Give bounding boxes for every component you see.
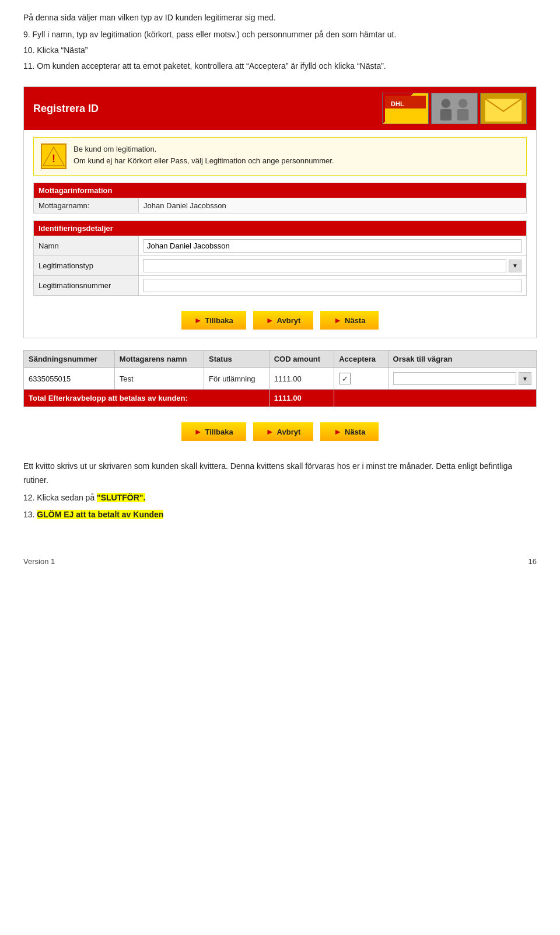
total-value-cell: 1111.00 bbox=[269, 390, 334, 407]
intro-item11: 11. Om kunden accepterar att ta emot pak… bbox=[23, 60, 537, 72]
tillbaka-button-2[interactable]: ► Tillbaka bbox=[181, 422, 246, 441]
warning-icon: ! bbox=[41, 143, 66, 169]
intro-item10: 10. Klicka “Nästa” bbox=[23, 44, 537, 57]
tillbaka-label-2: Tillbaka bbox=[205, 428, 233, 436]
footer-page: 16 bbox=[528, 557, 537, 566]
total-label-cell: Total Efterkravbelopp att betalas av kun… bbox=[24, 390, 270, 407]
bottom-item12-prefix: 12. Klicka sedan på bbox=[23, 493, 97, 502]
intro-item9: 9. Fyll i namn, typ av legitimation (kör… bbox=[23, 29, 537, 41]
bottom-line1: Ett kvitto skrivs ut ur skrivaren som ku… bbox=[23, 460, 537, 488]
namn-input[interactable] bbox=[144, 239, 522, 253]
warning-line2: Om kund ej har Körkort eller Pass, välj … bbox=[74, 155, 334, 167]
tillbaka-button-1[interactable]: ► Tillbaka bbox=[181, 311, 246, 330]
legitimationstyp-row: Legitimationstyp ▼ bbox=[34, 256, 527, 276]
avbryt-button-2[interactable]: ► Avbryt bbox=[253, 422, 314, 441]
tillbaka-arrow-1: ► bbox=[194, 316, 202, 325]
delivery-table-row: 6335055015 Test För utlämning 1111.00 ✓ … bbox=[24, 368, 537, 390]
photo-people bbox=[431, 93, 478, 124]
legitimationsnummer-label: Legitimationsnummer bbox=[34, 276, 139, 296]
header-photos: DHL bbox=[382, 93, 527, 124]
svg-rect-8 bbox=[457, 109, 469, 121]
bottom-item13-highlight: GLÖM EJ att ta betalt av Kunden bbox=[37, 510, 163, 519]
warning-box: ! Be kund om legitimation. Om kund ej ha… bbox=[33, 137, 527, 176]
orsak-cell: ▼ bbox=[388, 368, 536, 390]
delivery-section: Sändningsnummer Mottagarens namn Status … bbox=[23, 350, 537, 407]
total-empty-cell bbox=[334, 390, 537, 407]
bottom-item13: 13. GLÖM EJ att ta betalt av Kunden bbox=[23, 508, 537, 522]
nasta-arrow-1: ► bbox=[334, 316, 342, 325]
nasta-button-1[interactable]: ► Nästa bbox=[320, 311, 379, 330]
svg-text:!: ! bbox=[52, 153, 55, 164]
col-status: Status bbox=[204, 351, 270, 368]
photo-dhl: DHL bbox=[382, 93, 429, 124]
total-row: Total Efterkravbelopp att betalas av kun… bbox=[24, 390, 537, 407]
button-row-2: ► Tillbaka ► Avbryt ► Nästa bbox=[23, 414, 537, 449]
avbryt-arrow-1: ► bbox=[266, 316, 274, 325]
legitimationstyp-dropdown-arrow[interactable]: ▼ bbox=[509, 260, 522, 272]
svg-point-7 bbox=[459, 99, 468, 108]
nasta-arrow-2: ► bbox=[334, 427, 342, 436]
button-row-1: ► Tillbaka ► Avbryt ► Nästa bbox=[24, 303, 536, 338]
photo-envelope bbox=[480, 93, 527, 124]
svg-rect-3 bbox=[388, 111, 423, 119]
identifieringsdetaljer-table: Identifieringsdetaljer Namn Legitimation… bbox=[33, 220, 527, 296]
avbryt-arrow-2: ► bbox=[266, 427, 274, 436]
mottagarinfo-table: Mottagarinformation Mottagarnamn: Johan … bbox=[33, 183, 527, 213]
col-cod-amount: COD amount bbox=[269, 351, 334, 368]
nasta-button-2[interactable]: ► Nästa bbox=[320, 422, 379, 441]
avbryt-label-1: Avbryt bbox=[277, 316, 301, 325]
cod-amount-cell: 1111.00 bbox=[269, 368, 334, 390]
footer-version: Version 1 bbox=[23, 557, 55, 566]
namn-value-cell bbox=[139, 236, 527, 256]
acceptera-cell[interactable]: ✓ bbox=[334, 368, 388, 390]
tillbaka-label-1: Tillbaka bbox=[205, 316, 233, 325]
reg-card-title: Registrera ID bbox=[33, 103, 99, 115]
status-cell: För utlämning bbox=[204, 368, 270, 390]
svg-point-5 bbox=[442, 99, 451, 108]
delivery-table: Sändningsnummer Mottagarens namn Status … bbox=[23, 350, 537, 407]
legitimationsnummer-cell bbox=[139, 276, 527, 296]
bottom-item12-highlight: "SLUTFÖR". bbox=[97, 493, 145, 502]
legitimationstyp-input[interactable] bbox=[144, 259, 506, 272]
avbryt-label-2: Avbryt bbox=[277, 428, 301, 436]
svg-text:DHL: DHL bbox=[391, 100, 404, 107]
acceptera-checkbox[interactable]: ✓ bbox=[339, 373, 351, 384]
namn-row: Namn bbox=[34, 236, 527, 256]
orsak-dropdown-wrapper: ▼ bbox=[393, 372, 531, 385]
warning-line1: Be kund om legitimation. bbox=[74, 143, 334, 155]
svg-rect-4 bbox=[432, 93, 477, 124]
col-sandningsnummer: Sändningsnummer bbox=[24, 351, 115, 368]
nasta-label-2: Nästa bbox=[345, 428, 365, 436]
legitimationsnummer-input[interactable] bbox=[144, 279, 522, 292]
col-acceptera: Acceptera bbox=[334, 351, 388, 368]
sandningsnummer-cell: 6335055015 bbox=[24, 368, 115, 390]
mottagarnamn-label: Mottagarnamn: bbox=[34, 198, 139, 213]
page-footer: Version 1 16 bbox=[23, 557, 537, 566]
nasta-label-1: Nästa bbox=[345, 316, 365, 325]
reg-card-header: Registrera ID DHL bbox=[24, 87, 536, 130]
identifieringsdetaljer-header: Identifieringsdetaljer bbox=[34, 221, 527, 236]
mottagarinfo-header: Mottagarinformation bbox=[34, 183, 527, 198]
mottagarnamn-value: Johan Daniel Jacobsson bbox=[139, 198, 527, 213]
legitimationsnummer-row: Legitimationsnummer bbox=[34, 276, 527, 296]
mottagarens-namn-cell: Test bbox=[114, 368, 204, 390]
orsak-input[interactable] bbox=[393, 372, 516, 385]
bottom-item12: 12. Klicka sedan på "SLUTFÖR". bbox=[23, 491, 537, 505]
tillbaka-arrow-2: ► bbox=[194, 427, 202, 436]
col-mottagarens-namn: Mottagarens namn bbox=[114, 351, 204, 368]
orsak-dropdown-btn[interactable]: ▼ bbox=[519, 372, 531, 385]
intro-line1: På denna sida väljer man vilken typ av I… bbox=[23, 12, 537, 24]
avbryt-button-1[interactable]: ► Avbryt bbox=[253, 311, 314, 330]
delivery-table-header-row: Sändningsnummer Mottagarens namn Status … bbox=[24, 351, 537, 368]
namn-label: Namn bbox=[34, 236, 139, 256]
bottom-item13-prefix: 13. bbox=[23, 510, 37, 519]
legitimationstyp-dropdown-wrapper: ▼ bbox=[144, 259, 522, 272]
warning-text: Be kund om legitimation. Om kund ej har … bbox=[74, 143, 334, 166]
registrera-id-card: Registrera ID DHL bbox=[23, 86, 537, 338]
svg-rect-6 bbox=[440, 109, 452, 121]
bottom-text: Ett kvitto skrivs ut ur skrivaren som ku… bbox=[23, 460, 537, 522]
legitimationstyp-cell: ▼ bbox=[139, 256, 527, 276]
col-orsak: Orsak till vägran bbox=[388, 351, 536, 368]
legitimationstyp-label: Legitimationstyp bbox=[34, 256, 139, 276]
